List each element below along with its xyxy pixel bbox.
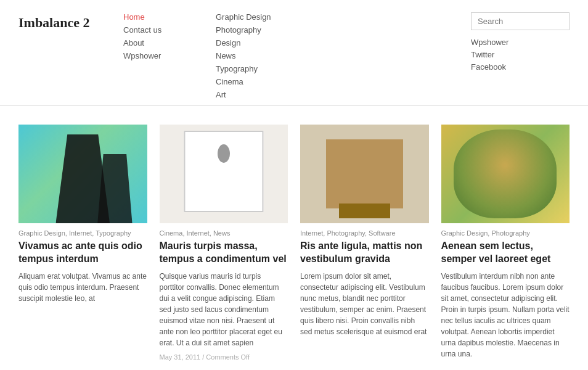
- post-categories: Graphic Design, Photography: [441, 229, 570, 237]
- post-image: [18, 125, 147, 223]
- nav-photography[interactable]: Photography: [216, 25, 296, 35]
- post-title: Vivamus ac ante quis odio tempus interdu…: [18, 240, 147, 266]
- post-thumbnail: [18, 125, 147, 223]
- nav-about[interactable]: About: [123, 38, 203, 47]
- post-title: Ris ante ligula, mattis non vestibulum g…: [300, 240, 429, 266]
- post-excerpt: Aliquam erat volutpat. Vivamus ac ante q…: [18, 271, 147, 304]
- nav-design[interactable]: Design: [216, 38, 296, 47]
- post-card: Graphic Design, Photography Aenean sem l…: [441, 125, 570, 361]
- nav-primary: Home Contact us About Wpshower: [123, 12, 203, 60]
- sidebar-right: Wpshower Twitter Facebook: [471, 12, 570, 72]
- post-image: [160, 125, 288, 223]
- post-excerpt: Quisque varius mauris id turpis porttito…: [160, 271, 288, 348]
- social-facebook[interactable]: Facebook: [471, 62, 570, 72]
- social-links: Wpshower Twitter Facebook: [471, 38, 570, 72]
- social-twitter[interactable]: Twitter: [471, 50, 570, 59]
- header: Imbalance 2 Home Contact us About Wpshow…: [0, 0, 588, 106]
- nav-contact[interactable]: Contact us: [123, 25, 203, 35]
- nav-art[interactable]: Art: [216, 90, 296, 99]
- post-categories: Cinema, Internet, News: [160, 229, 288, 237]
- post-excerpt: Vestibulum interdum nibh non ante faucib…: [441, 271, 570, 360]
- post-card: Internet, Photography, Software Ris ante…: [300, 125, 429, 361]
- post-meta: May 31, 2011 / Comments Off: [160, 353, 288, 361]
- post-card: Graphic Design, Internet, Typography Viv…: [18, 125, 147, 361]
- nav-typography[interactable]: Typography: [216, 64, 296, 73]
- post-thumbnail: [160, 125, 288, 223]
- posts-grid: Graphic Design, Internet, Typography Viv…: [18, 125, 570, 361]
- post-categories: Graphic Design, Internet, Typography: [18, 229, 147, 237]
- nav-secondary: Graphic Design Photography Design News T…: [216, 12, 296, 99]
- nav-wpshower[interactable]: Wpshower: [123, 51, 203, 60]
- post-image: [441, 125, 570, 223]
- post-excerpt: Lorem ipsum dolor sit amet, consectetur …: [300, 271, 429, 337]
- nav-news[interactable]: News: [216, 51, 296, 60]
- post-image: [300, 125, 429, 223]
- post-thumbnail: [300, 125, 429, 223]
- nav-home[interactable]: Home: [123, 12, 203, 22]
- site-title: Imbalance 2: [18, 15, 117, 31]
- search-input[interactable]: [471, 12, 570, 30]
- social-wpshower[interactable]: Wpshower: [471, 38, 570, 47]
- post-card: Cinema, Internet, News Mauris turpis mas…: [160, 125, 288, 361]
- nav-graphic-design[interactable]: Graphic Design: [216, 12, 296, 22]
- post-thumbnail: [441, 125, 570, 223]
- post-categories: Internet, Photography, Software: [300, 229, 429, 237]
- post-title: Aenean sem lectus, semper vel laoreet eg…: [441, 240, 570, 266]
- main-content: Graphic Design, Internet, Typography Viv…: [0, 106, 588, 370]
- nav-cinema[interactable]: Cinema: [216, 77, 296, 86]
- post-title: Mauris turpis massa, tempus a condimentu…: [160, 240, 288, 266]
